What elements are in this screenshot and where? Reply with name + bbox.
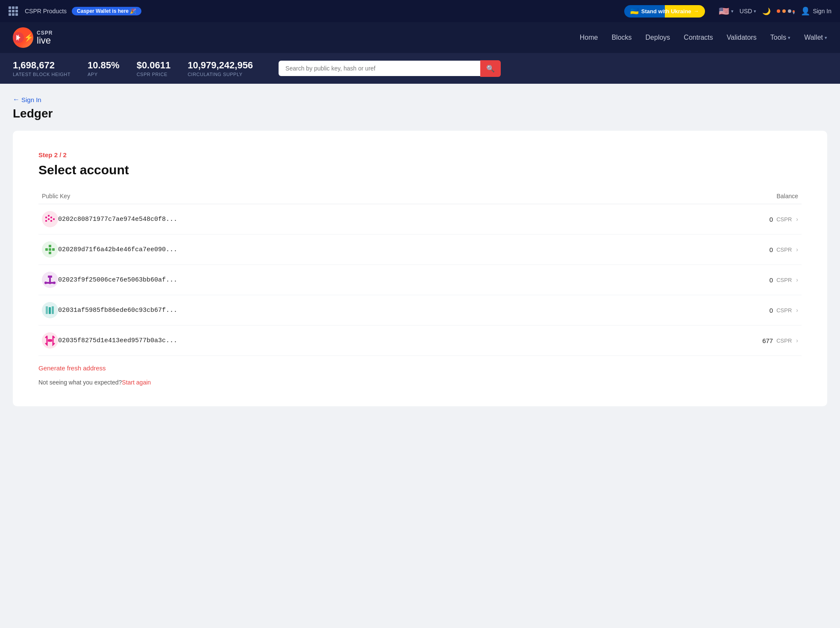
flag-selector[interactable]: 🇺🇸 ▾ (719, 6, 734, 16)
account-avatar-3 (42, 302, 58, 318)
app-name: CSPR Products (25, 8, 67, 15)
svg-rect-3 (48, 215, 50, 217)
top-bar: CSPR Products Casper Wallet is here 🎉 🇺🇦… (0, 0, 840, 22)
not-seeing-text: Not seeing what you expected?Start again (38, 379, 802, 386)
stat-circulating-supply: 10,979,242,956 CIRCULATING SUPPLY (188, 60, 253, 77)
nav-deploys[interactable]: Deploys (646, 34, 670, 41)
start-again-link[interactable]: Start again (122, 379, 151, 386)
wallet-badge[interactable]: Casper Wallet is here 🎉 (72, 7, 141, 15)
dot-menu[interactable]: ▾ (777, 9, 795, 13)
svg-point-19 (44, 282, 47, 284)
card-title: Select account (38, 163, 802, 177)
svg-rect-12 (49, 252, 51, 254)
col-balance-label: Balance (776, 193, 798, 200)
svg-rect-23 (49, 307, 51, 314)
svg-rect-26 (48, 339, 52, 342)
stat-block-height: 1,698,672 LATEST BLOCK HEIGHT (13, 60, 70, 77)
page-title: Ledger (13, 107, 827, 120)
account-avatar-0 (42, 211, 58, 227)
search-input[interactable] (279, 61, 480, 76)
row-chevron-icon-1: › (796, 246, 798, 253)
generate-link[interactable]: Generate fresh address (38, 364, 106, 372)
nav-wallet[interactable]: Wallet ▾ (804, 34, 827, 41)
account-balance-0: 0 CSPR (740, 216, 792, 223)
nav-tools[interactable]: Tools ▾ (770, 34, 790, 41)
account-key-2: 02023f9f25006ce76e5063bb60af... (58, 276, 740, 284)
account-avatar-2 (42, 272, 58, 288)
account-balance-2: 0 CSPR (740, 276, 792, 284)
logo-text: CSPR live (37, 30, 53, 45)
breadcrumb: ← Sign In (13, 96, 827, 103)
page-content: ← Sign In Ledger Step 2 / 2 Select accou… (0, 84, 840, 423)
nav-bar: CSPR live Home Blocks Deploys Contracts … (0, 22, 840, 53)
row-chevron-icon-4: › (796, 337, 798, 344)
table-row[interactable]: 02031af5985fb86ede60c93cb67f... 0 CSPR › (38, 295, 802, 326)
svg-rect-13 (45, 248, 48, 251)
logo[interactable]: CSPR live (13, 27, 53, 48)
search-bar: 🔍 (279, 60, 501, 77)
dark-mode-toggle[interactable]: 🌙 (762, 7, 771, 15)
account-balance-4: 677 CSPR (740, 337, 792, 344)
svg-rect-11 (49, 248, 51, 251)
table-row[interactable]: 0202c80871977c7ae974e548c0f8... 0 CSPR › (38, 204, 802, 235)
svg-rect-14 (52, 248, 55, 251)
account-key-0: 0202c80871977c7ae974e548c0f8... (58, 216, 740, 223)
svg-rect-22 (46, 306, 48, 314)
svg-point-1 (42, 211, 58, 227)
search-button[interactable]: 🔍 (480, 60, 501, 77)
col-public-key-label: Public Key (42, 193, 70, 200)
svg-rect-6 (45, 220, 47, 222)
account-avatar-1 (42, 241, 58, 258)
nav-blocks[interactable]: Blocks (611, 34, 631, 41)
svg-rect-2 (45, 217, 47, 218)
user-icon: 👤 (801, 6, 810, 16)
dot-menu-chevron-icon: ▾ (793, 10, 795, 12)
table-row[interactable]: 020289d71f6a42b4e46fca7ee090... 0 CSPR › (38, 235, 802, 265)
account-balance-3: 0 CSPR (740, 307, 792, 314)
svg-rect-18 (47, 282, 53, 284)
row-chevron-icon-2: › (796, 276, 798, 283)
row-chevron-icon-0: › (796, 216, 798, 223)
nav-contracts[interactable]: Contracts (684, 34, 713, 41)
svg-rect-24 (52, 306, 54, 314)
logo-icon (13, 27, 33, 48)
svg-rect-10 (49, 245, 51, 247)
nav-home[interactable]: Home (580, 34, 598, 41)
wallet-chevron-icon: ▾ (825, 35, 827, 41)
account-balance-1: 0 CSPR (740, 246, 792, 253)
card: Step 2 / 2 Select account Public Key Bal… (13, 131, 827, 406)
table-row[interactable]: 02035f8275d1e413eed9577b0a3c... 677 CSPR… (38, 326, 802, 356)
table-row[interactable]: 02023f9f25006ce76e5063bb60af... 0 CSPR › (38, 265, 802, 295)
svg-point-20 (53, 282, 56, 284)
nav-links: Home Blocks Deploys Contracts Validators… (580, 34, 827, 41)
ukraine-button[interactable]: 🇺🇦 Stand with Ukraine → (624, 5, 705, 18)
svg-rect-4 (50, 217, 52, 218)
account-key-3: 02031af5985fb86ede60c93cb67f... (58, 307, 740, 314)
svg-rect-7 (50, 220, 52, 222)
stats-bar: 1,698,672 LATEST BLOCK HEIGHT 10.85% APY… (0, 53, 840, 84)
tools-chevron-icon: ▾ (788, 35, 790, 41)
nav-validators[interactable]: Validators (727, 34, 757, 41)
step-label: Step 2 / 2 (38, 151, 802, 158)
stat-apy: 10.85% APY (88, 60, 120, 77)
account-avatar-4 (42, 332, 58, 349)
back-link[interactable]: ← Sign In (13, 96, 41, 103)
signin-button[interactable]: 👤 Sign In (801, 6, 831, 16)
account-key-4: 02035f8275d1e413eed9577b0a3c... (58, 337, 740, 344)
row-chevron-icon-3: › (796, 307, 798, 314)
currency-chevron-icon: ▾ (754, 9, 756, 14)
stat-cspr-price: $0.0611 CSPR PRICE (137, 60, 171, 77)
top-bar-right: 🇺🇸 ▾ USD ▾ 🌙 ▾ 👤 Sign In (719, 6, 831, 16)
back-arrow-icon: ← (13, 96, 20, 103)
table-header: Public Key Balance (38, 193, 802, 204)
flag-chevron-icon: ▾ (731, 9, 734, 14)
ukraine-arrow-icon: → (694, 8, 699, 14)
svg-rect-5 (48, 218, 50, 220)
svg-rect-8 (53, 218, 55, 220)
currency-selector[interactable]: USD ▾ (740, 8, 757, 15)
svg-rect-16 (48, 276, 52, 278)
search-icon: 🔍 (486, 65, 495, 73)
account-key-1: 020289d71f6a42b4e46fca7ee090... (58, 246, 740, 253)
grid-icon (9, 6, 18, 16)
